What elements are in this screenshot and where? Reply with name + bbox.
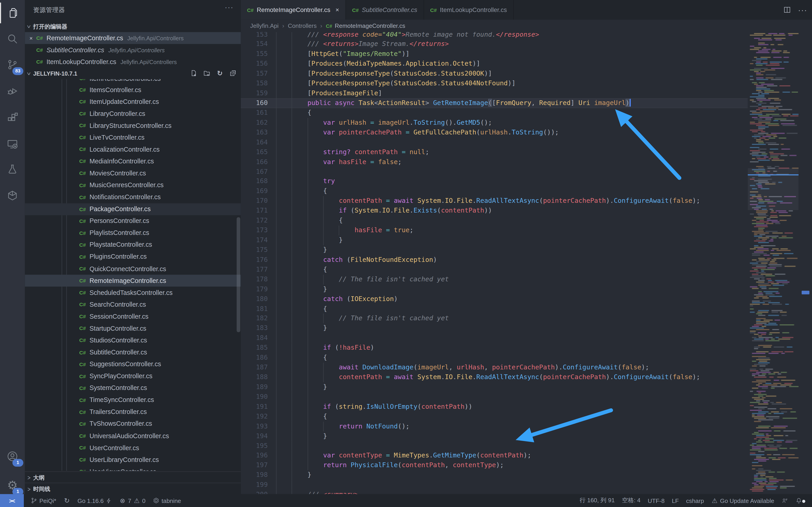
close-icon[interactable]: × bbox=[27, 35, 35, 41]
activity-source-control-icon[interactable]: 83 bbox=[0, 52, 25, 77]
tree-item-syncplaycontroller[interactable]: C#SyncPlayController.cs bbox=[25, 370, 241, 382]
tree-item-packagecontroller[interactable]: C#PackageController.cs bbox=[25, 203, 241, 215]
code-line-159[interactable]: 159 [ProducesImageFile] bbox=[241, 89, 748, 98]
code-line-183[interactable]: 183 } bbox=[241, 324, 748, 333]
code-line-166[interactable]: 166 var hasFile = false; bbox=[241, 157, 748, 167]
tree-item-mediainfocontroller[interactable]: C#MediaInfoController.cs bbox=[25, 156, 241, 168]
code-line-155[interactable]: 155 [HttpGet("Images/Remote")] bbox=[241, 49, 748, 59]
activity-search-icon[interactable] bbox=[0, 26, 25, 51]
status-problems[interactable]: ⊗7⚠0 bbox=[115, 494, 149, 507]
code-line-170[interactable]: 170 contentPath = await System.IO.File.R… bbox=[241, 196, 748, 206]
section-header-open-editors[interactable]: >打开的编辑器 bbox=[25, 20, 241, 32]
code-line-190[interactable]: 190 bbox=[241, 392, 748, 402]
tree-item-librarystructurecontroller[interactable]: C#LibraryStructureController.cs bbox=[25, 119, 241, 131]
open-editor-item[interactable]: ×C#RemoteImageController.csJellyfin.Api/… bbox=[25, 32, 241, 44]
status-feedback[interactable] bbox=[778, 494, 792, 507]
open-editor-item[interactable]: C#SubtitleController.csJellyfin.Api/Cont… bbox=[25, 44, 241, 56]
code-line-191[interactable]: 191 if (string.IsNullOrEmpty(contentPath… bbox=[241, 402, 748, 412]
tree-item-trailerscontroller[interactable]: C#TrailersController.cs bbox=[25, 406, 241, 418]
code-line-154[interactable]: 154 /// <returns>Image Stream.</returns> bbox=[241, 40, 748, 49]
code-line-194[interactable]: 194 } bbox=[241, 431, 748, 441]
breadcrumb-item[interactable]: Jellyfin.Api bbox=[250, 23, 279, 29]
new-file-icon[interactable] bbox=[190, 69, 198, 77]
activity-account-icon[interactable]: 1 bbox=[0, 444, 25, 469]
tree-item-clipped[interactable]: C#ItemRefreshController.cs bbox=[25, 79, 241, 84]
code-line-157[interactable]: 157 [ProducesResponseType(StatusCodes.St… bbox=[241, 69, 748, 79]
code-line-171[interactable]: 171 if (System.IO.File.Exists(contentPat… bbox=[241, 206, 748, 216]
code-editor[interactable]: 153 /// <response code="404">Remote imag… bbox=[241, 32, 748, 494]
breadcrumb-file[interactable]: RemoteImageController.cs bbox=[335, 23, 405, 29]
tab-itemlookupcontroller[interactable]: C#ItemLookupController.cs bbox=[424, 0, 514, 20]
tree-item-scheduledtaskscontroller[interactable]: C#ScheduledTasksController.cs bbox=[25, 287, 241, 299]
tree-item-studioscontroller[interactable]: C#StudiosController.cs bbox=[25, 335, 241, 346]
open-editor-item[interactable]: C#ItemLookupController.csJellyfin.Api/Co… bbox=[25, 56, 241, 68]
code-line-197[interactable]: 197 return PhysicalFile(contentPath, con… bbox=[241, 461, 748, 470]
breadcrumb-item[interactable]: Controllers bbox=[288, 23, 316, 29]
code-line-162[interactable]: 162 var urlHash = imageUrl.ToString().Ge… bbox=[241, 118, 748, 128]
tab-remoteimagecontroller[interactable]: C#RemoteImageController.cs× bbox=[241, 0, 346, 20]
code-line-167[interactable]: 167 bbox=[241, 167, 748, 176]
tree-item-pluginscontroller[interactable]: C#PluginsController.cs bbox=[25, 251, 241, 263]
tree-item-moviescontroller[interactable]: C#MoviesController.cs bbox=[25, 167, 241, 179]
tree-item-userlibrarycontroller[interactable]: C#UserLibraryController.cs bbox=[25, 454, 241, 466]
code-line-184[interactable]: 184 bbox=[241, 333, 748, 343]
code-line-175[interactable]: 175 } bbox=[241, 245, 748, 255]
tree-item-librarycontroller[interactable]: C#LibraryController.cs bbox=[25, 108, 241, 120]
section-header-bottom-1[interactable]: >时间线 bbox=[25, 483, 241, 494]
tree-item-usercontroller[interactable]: C#UserController.cs bbox=[25, 442, 241, 454]
code-line-193[interactable]: 193 return NotFound(); bbox=[241, 421, 748, 431]
tree-item-playlistscontroller[interactable]: C#PlaylistsController.cs bbox=[25, 227, 241, 239]
status-sync[interactable]: ↻ bbox=[60, 494, 74, 507]
status-indentation[interactable]: 空格: 4 bbox=[618, 494, 644, 507]
tab-subtitlecontroller[interactable]: C#SubtitleController.cs bbox=[346, 0, 424, 20]
status-branch[interactable]: PeiQi* bbox=[27, 494, 60, 507]
tree-item-clipped-bottom[interactable]: C#UserViewsController.cs bbox=[25, 466, 241, 471]
status-tabnine[interactable]: tabnine bbox=[149, 494, 185, 507]
code-line-174[interactable]: 174 } bbox=[241, 235, 748, 245]
tree-item-livetvcontroller[interactable]: C#LiveTvController.cs bbox=[25, 131, 241, 144]
code-line-165[interactable]: 165 string? contentPath = null; bbox=[241, 147, 748, 157]
code-line-178[interactable]: 178 // The file isn't cached yet bbox=[241, 275, 748, 284]
tree-item-playstatecontroller[interactable]: C#PlaystateController.cs bbox=[25, 239, 241, 251]
code-line-199[interactable]: 199 bbox=[241, 480, 748, 490]
activity-files-icon[interactable] bbox=[0, 0, 25, 25]
code-line-196[interactable]: 196 var contentType = MimeTypes.GetMimeT… bbox=[241, 451, 748, 461]
tree-item-sessioncontroller[interactable]: C#SessionController.cs bbox=[25, 311, 241, 323]
code-line-158[interactable]: 158 [ProducesResponseType(StatusCodes.St… bbox=[241, 79, 748, 89]
tree-item-systemcontroller[interactable]: C#SystemController.cs bbox=[25, 382, 241, 394]
tree-item-musicgenrescontroller[interactable]: C#MusicGenresController.cs bbox=[25, 179, 241, 191]
tree-item-searchcontroller[interactable]: C#SearchController.cs bbox=[25, 298, 241, 311]
activity-remote-explorer-icon[interactable] bbox=[0, 131, 25, 156]
code-line-185[interactable]: 185 if (!hasFile) bbox=[241, 343, 748, 353]
code-line-168[interactable]: 168 try bbox=[241, 176, 748, 186]
remote-indicator[interactable]: >< bbox=[0, 494, 24, 507]
new-folder-icon[interactable] bbox=[203, 69, 211, 77]
code-line-188[interactable]: 188 contentPath = await System.IO.File.R… bbox=[241, 373, 748, 382]
collapse-all-icon[interactable] bbox=[229, 69, 237, 77]
split-editor-icon[interactable] bbox=[783, 6, 792, 14]
code-line-173[interactable]: 173 hasFile = true; bbox=[241, 226, 748, 235]
code-line-200[interactable]: 200 /// <summary> bbox=[241, 490, 748, 494]
code-line-187[interactable]: 187 await DownloadImage(imageUrl, urlHas… bbox=[241, 363, 748, 373]
code-line-172[interactable]: 172 { bbox=[241, 216, 748, 226]
code-line-182[interactable]: 182 // The file isn't cached yet bbox=[241, 314, 748, 324]
code-line-176[interactable]: 176 catch (FileNotFoundException) bbox=[241, 255, 748, 265]
code-line-164[interactable]: 164 bbox=[241, 137, 748, 147]
code-line-177[interactable]: 177 { bbox=[241, 265, 748, 275]
status-notifications[interactable] bbox=[792, 494, 808, 507]
code-line-192[interactable]: 192 { bbox=[241, 412, 748, 421]
tree-item-itemupdatecontroller[interactable]: C#ItemUpdateController.cs bbox=[25, 96, 241, 108]
tree-item-quickconnectcontroller[interactable]: C#QuickConnectController.cs bbox=[25, 263, 241, 275]
code-line-153[interactable]: 153 /// <response code="404">Remote imag… bbox=[241, 32, 748, 40]
code-line-179[interactable]: 179 } bbox=[241, 284, 748, 294]
sidebar-scrollbar[interactable] bbox=[237, 217, 240, 332]
tree-item-remoteimagecontroller[interactable]: C#RemoteImageController.cs bbox=[25, 275, 241, 287]
tree-item-timesynccontroller[interactable]: C#TimeSyncController.cs bbox=[25, 394, 241, 406]
refresh-icon[interactable]: ↻ bbox=[216, 69, 223, 77]
status-encoding[interactable]: UTF-8 bbox=[644, 494, 668, 507]
breadcrumb[interactable]: Jellyfin.Api›Controllers›C#RemoteImageCo… bbox=[241, 20, 812, 32]
status-language-mode[interactable]: csharp bbox=[682, 494, 708, 507]
activity-extensions-icon[interactable] bbox=[0, 105, 25, 130]
code-line-156[interactable]: 156 [Produces(MediaTypeNames.Application… bbox=[241, 59, 748, 69]
code-line-161[interactable]: 161 { bbox=[241, 108, 748, 118]
